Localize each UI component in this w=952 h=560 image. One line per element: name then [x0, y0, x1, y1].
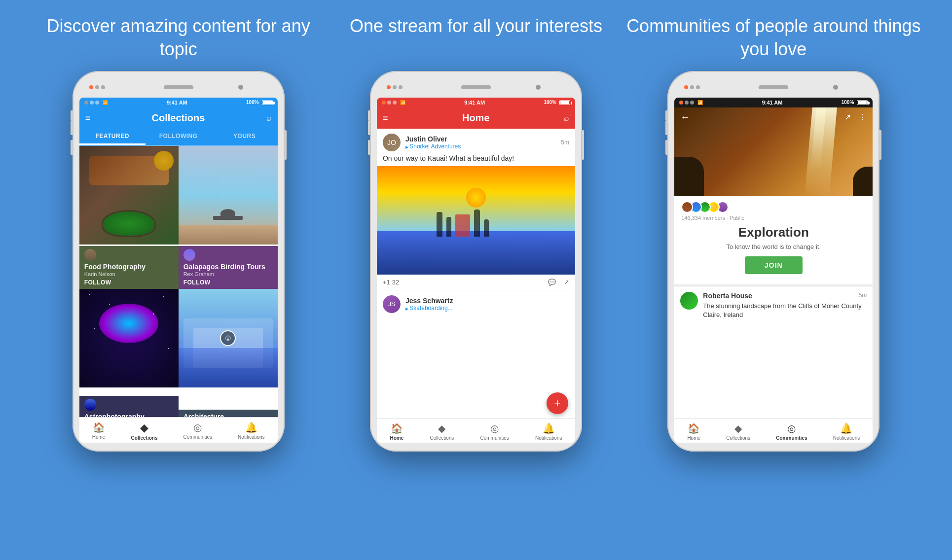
search-btn-2[interactable]: ⌕	[564, 113, 569, 123]
member-count: 146,334 members · Public	[681, 215, 866, 221]
battery-fill-2	[560, 101, 569, 104]
nav-collections-2[interactable]: ◆ Collections	[430, 422, 454, 441]
status-dot-p2-3	[393, 101, 397, 105]
person-1	[437, 212, 442, 237]
community-post-meta: Roberta House 5m The stunning landscape …	[703, 292, 867, 319]
food-card-author: Karin Nelson	[84, 271, 174, 277]
tab-following[interactable]: FOLLOWING	[146, 129, 212, 145]
bird-card-author: Rex Graham	[183, 271, 273, 277]
nav-notifications-3[interactable]: 🔔 Notifications	[833, 422, 860, 441]
bird-silhouette	[213, 205, 243, 230]
community-name: Exploration	[681, 225, 866, 240]
back-btn[interactable]: ←	[680, 111, 690, 123]
fab-compose-btn[interactable]: +	[547, 392, 568, 414]
status-dot-p3-3	[690, 101, 694, 105]
bird-author-avatar	[183, 249, 195, 261]
phone-2-camera	[536, 85, 541, 90]
comment-btn[interactable]: 💬	[548, 279, 556, 286]
dot-p2-1	[387, 85, 391, 89]
phone-1-header: ≡ Collections ⌕	[79, 107, 278, 129]
food-card-info: Food Photography Karin Nelson FOLLOW	[79, 246, 179, 289]
nav-item-communities-1[interactable]: ◎ Communities	[183, 421, 212, 441]
post-2-avatar: JS	[383, 295, 401, 313]
bird-follow-btn[interactable]: FOLLOW	[183, 279, 273, 286]
phone-3-camera	[833, 85, 838, 90]
comment-icon: 💬	[548, 279, 556, 286]
collections-icon-3: ◆	[734, 422, 742, 434]
post-1-community[interactable]: Snorkel Adventures	[405, 143, 556, 150]
arch-card-title: Architecture	[183, 413, 273, 417]
tab-yours[interactable]: YOURS	[212, 129, 278, 145]
phone-2: 📶 9:41 AM 100% ≡ Home ⌕	[370, 71, 582, 452]
post-1-time: 5m	[561, 139, 569, 146]
hamburger-menu-2[interactable]: ≡	[383, 113, 388, 123]
tab-featured[interactable]: FEATURED	[79, 129, 146, 145]
feed-post-1: JO Justin Oliver Snorkel Adventures 5m O…	[377, 129, 575, 418]
nav-item-home-1[interactable]: 🏠 Home	[92, 421, 106, 441]
nav-home-3[interactable]: 🏠 Home	[687, 422, 700, 441]
nav-notifications-2[interactable]: 🔔 Notifications	[535, 422, 562, 441]
nav-communities-2[interactable]: ◎ Communities	[480, 422, 509, 441]
dot-p3-2	[690, 85, 694, 89]
phone-1-dots	[89, 85, 105, 89]
community-description: To know the world is to change it.	[681, 243, 866, 250]
phone-vol-up-btn	[71, 120, 73, 135]
join-button[interactable]: JOIN	[745, 256, 803, 274]
post-2-avatar-img: JS	[383, 295, 401, 313]
dot-p3-1	[684, 85, 688, 89]
collection-card-food[interactable]: Food Photography Karin Nelson FOLLOW	[79, 146, 179, 289]
phone-3-screen: 📶 9:41 AM 100%	[674, 98, 873, 443]
arch-image: ①	[179, 289, 278, 387]
hero-share-btn[interactable]: ↗	[844, 112, 851, 122]
share-btn[interactable]: ↗	[564, 279, 569, 286]
collection-card-space[interactable]: Astrophotography Juan Manuel Fluxà	[79, 289, 179, 417]
hamburger-menu-icon[interactable]: ≡	[85, 113, 91, 123]
member-avatars: 🟡	[681, 201, 729, 213]
phone-2-title: Home	[462, 112, 490, 124]
status-dot-p3-2	[685, 101, 689, 105]
collection-card-arch[interactable]: ① Architecture The Great Beyond	[179, 289, 278, 417]
space-card-info: Astrophotography Juan Manuel Fluxà	[79, 396, 179, 417]
phone-1: 📶 9:41 AM 100% ≡ Collections ⌕ FEAT	[73, 71, 285, 452]
community-post-header: Roberta House 5m	[703, 292, 867, 300]
collection-card-bird[interactable]: Galapagos Birding Tours Rex Graham FOLLO…	[179, 146, 278, 289]
collections-grid: Food Photography Karin Nelson FOLLOW	[79, 146, 278, 417]
home-nav-icon: 🏠	[93, 421, 105, 433]
phone-1-top	[79, 80, 278, 95]
battery-fill-3	[858, 101, 867, 104]
community-info-section: 🟡 146,334 members · Public Exploration T…	[674, 196, 873, 284]
post-1-actions: +1 32 💬 ↗	[377, 275, 575, 290]
sun	[466, 188, 486, 208]
food-follow-btn[interactable]: FOLLOW	[84, 279, 174, 286]
nav-home-2[interactable]: 🏠 Home	[390, 422, 404, 441]
nav-item-collections-1[interactable]: ◆ Collections	[131, 421, 158, 441]
bird-card-title: Galapagos Birding Tours	[183, 263, 273, 271]
star-3	[163, 296, 164, 297]
nav-communities-3[interactable]: ◎ Communities	[776, 422, 807, 441]
phone-2-time: 9:41 AM	[464, 100, 485, 105]
notifications-nav-icon: 🔔	[245, 421, 257, 433]
collections-icon-2: ◆	[438, 422, 445, 434]
phone-2-dots	[387, 85, 403, 89]
hero-more-btn[interactable]: ⋮	[859, 112, 867, 122]
person-3	[474, 210, 480, 237]
post-2-community[interactable]: Skateboarding...	[405, 305, 569, 312]
star-1	[89, 294, 90, 295]
post-1-avatar-img: JO	[383, 134, 401, 151]
food-author-row	[84, 249, 174, 261]
phone-1-screen: 📶 9:41 AM 100% ≡ Collections ⌕ FEAT	[79, 98, 278, 443]
food-bowl	[102, 210, 156, 237]
search-button[interactable]: ⌕	[266, 113, 272, 123]
collections-nav-icon: ◆	[140, 421, 148, 434]
communities-label-3: Communities	[776, 435, 807, 441]
plus-one-btn[interactable]: +1 32	[383, 279, 399, 286]
headline-1: Discover amazing content for any topic	[31, 15, 327, 61]
community-post-text: The stunning landscape from the Cliffs o…	[703, 302, 867, 319]
notifications-icon-3: 🔔	[840, 422, 852, 434]
dot-2	[95, 85, 99, 89]
nav-collections-3[interactable]: ◆ Collections	[726, 422, 750, 441]
communities-nav-label: Communities	[183, 434, 212, 440]
nav-item-notifications-1[interactable]: 🔔 Notifications	[238, 421, 264, 441]
phone-1-battery-pct: 100%	[246, 100, 259, 105]
phone-3-battery-pct: 100%	[842, 100, 854, 105]
